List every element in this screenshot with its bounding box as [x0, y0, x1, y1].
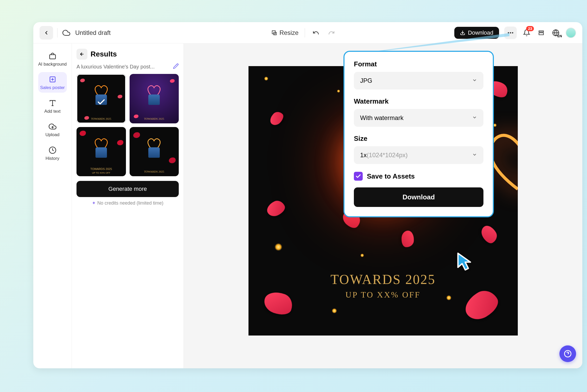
download-label: Download — [468, 29, 493, 36]
chevron-down-icon — [472, 77, 477, 84]
thumb-title: TOWARDS 2025 — [130, 170, 179, 173]
chevron-down-icon — [472, 151, 477, 159]
language-button[interactable]: EN — [551, 28, 560, 37]
format-value: JPG — [360, 77, 372, 84]
main-area: AI background Sales poster Add text Uplo… — [33, 43, 582, 368]
help-icon — [564, 350, 572, 358]
save-assets-label: Save to Assets — [367, 172, 415, 180]
thumb-title: TOWARDS 2025 — [76, 117, 126, 120]
watermark-label: Watermark — [354, 97, 483, 105]
notifications-button[interactable]: 23 — [522, 28, 531, 37]
rail-history[interactable]: History — [38, 143, 67, 163]
result-thumbnails: TOWARDS 2025 TOWARDS 2025 TOWARDS 2025 U… — [76, 74, 179, 176]
edit-prompt-button[interactable] — [173, 63, 179, 70]
notification-badge: 23 — [526, 26, 534, 31]
download-top-button[interactable]: Download — [454, 27, 499, 39]
cursor-pointer-icon — [455, 251, 474, 273]
divider — [57, 28, 58, 37]
user-avatar[interactable] — [566, 28, 576, 38]
svg-rect-7 — [539, 33, 543, 35]
svg-rect-6 — [539, 31, 543, 32]
resize-button[interactable]: Resize — [271, 29, 298, 36]
tool-rail: AI background Sales poster Add text Uplo… — [33, 43, 72, 368]
thumbnail-3[interactable]: TOWARDS 2025 UP TO XX% OFF — [76, 127, 126, 176]
generate-more-button[interactable]: Generate more — [76, 181, 179, 197]
size-select[interactable]: 1x(1024*1024px) — [354, 146, 483, 164]
history-icon — [49, 146, 56, 154]
rail-label: Add text — [44, 109, 60, 114]
help-fab[interactable] — [559, 345, 576, 362]
resize-label: Resize — [279, 29, 298, 36]
svg-point-3 — [508, 32, 509, 33]
watermark-select[interactable]: With watermark — [354, 109, 483, 127]
more-icon — [508, 32, 513, 34]
panel-back-button[interactable] — [76, 49, 87, 60]
results-panel: Results A luxurious Valentine's Day post… — [72, 43, 184, 368]
thumbnail-4[interactable]: TOWARDS 2025 — [130, 127, 179, 176]
download-button[interactable]: Download — [354, 187, 483, 207]
redo-button[interactable] — [327, 28, 336, 37]
sparkle-icon: ✦ — [92, 200, 96, 206]
download-popup: Format JPG Watermark With watermark Size… — [343, 51, 494, 217]
thumb-title: TOWARDS 2025 — [130, 117, 179, 120]
prompt-text: A luxurious Valentine's Day post... — [76, 64, 155, 70]
format-select[interactable]: JPG — [354, 72, 483, 90]
panel-title: Results — [91, 50, 117, 58]
thumb-sub: UP TO XX% OFF — [92, 172, 110, 174]
upload-icon — [49, 123, 56, 130]
check-icon — [355, 173, 361, 179]
redo-icon — [328, 29, 335, 36]
undo-button[interactable] — [311, 28, 321, 37]
text-icon — [49, 99, 56, 107]
pencil-icon — [173, 63, 179, 69]
poster-title: TOWARDS 2025 — [248, 272, 518, 287]
size-value: 1x(1024*1024px) — [360, 151, 408, 159]
undo-icon — [312, 29, 319, 36]
thumbnail-2[interactable]: TOWARDS 2025 — [130, 74, 179, 123]
chevron-left-icon — [43, 30, 49, 36]
format-label: Format — [354, 60, 483, 68]
chevron-down-icon — [472, 114, 477, 122]
arrow-left-icon — [79, 52, 85, 57]
check-icon — [97, 98, 106, 108]
credits-note: ✦ No credits needed (limited time) — [76, 200, 179, 206]
rail-sales-poster[interactable]: Sales poster — [38, 72, 67, 92]
rail-ai-background[interactable]: AI background — [38, 49, 67, 69]
rail-label: Sales poster — [40, 85, 65, 90]
rail-label: History — [46, 156, 59, 161]
svg-point-4 — [510, 32, 511, 33]
svg-point-5 — [512, 32, 513, 33]
more-button[interactable] — [504, 27, 517, 39]
language-code: EN — [557, 34, 562, 38]
rail-label: AI background — [38, 62, 67, 67]
thumb-title: TOWARDS 2025 — [90, 167, 112, 170]
poster-subtitle: UP TO XX% OFF — [248, 290, 518, 300]
svg-rect-10 — [49, 55, 55, 59]
rail-upload[interactable]: Upload — [38, 119, 67, 140]
ai-background-icon — [49, 52, 56, 60]
sales-poster-icon — [49, 75, 56, 83]
download-icon — [460, 30, 465, 35]
divider — [305, 28, 305, 37]
rail-add-text[interactable]: Add text — [38, 96, 67, 116]
layers-icon — [538, 29, 545, 36]
app-window: Resize Download 23 — [33, 22, 582, 368]
layers-button[interactable] — [537, 28, 546, 37]
resize-icon — [271, 30, 277, 36]
size-label: Size — [354, 135, 483, 143]
cloud-save-icon[interactable] — [62, 28, 71, 37]
watermark-value: With watermark — [360, 114, 404, 122]
topbar: Resize Download 23 — [33, 22, 582, 43]
back-button[interactable] — [40, 26, 53, 40]
save-assets-checkbox[interactable] — [354, 172, 363, 181]
document-title-input[interactable] — [75, 29, 153, 36]
rail-label: Upload — [46, 132, 60, 137]
thumbnail-1[interactable]: TOWARDS 2025 — [76, 74, 126, 123]
